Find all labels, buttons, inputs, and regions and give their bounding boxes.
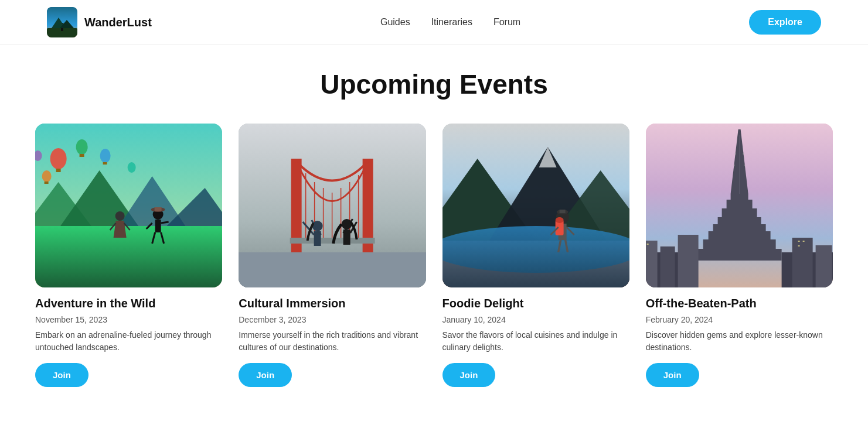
logo-image — [47, 7, 77, 37]
card-image-3 — [442, 124, 629, 287]
explore-button[interactable]: Explore — [749, 10, 821, 35]
svg-point-63 — [555, 217, 563, 223]
svg-rect-72 — [730, 194, 748, 200]
svg-rect-84 — [678, 235, 698, 287]
svg-rect-77 — [708, 231, 770, 239]
svg-rect-76 — [713, 224, 765, 231]
card-title-4: Off-the-Beaten-Path — [646, 297, 833, 310]
svg-rect-85 — [792, 238, 812, 287]
card-desc-3: Savor the flavors of local cuisines and … — [442, 329, 629, 354]
svg-rect-19 — [155, 207, 162, 211]
svg-rect-82 — [646, 241, 658, 287]
card-date-2: December 3, 2023 — [239, 315, 426, 324]
svg-rect-79 — [697, 249, 781, 261]
svg-rect-97 — [733, 165, 734, 166]
svg-rect-78 — [703, 239, 775, 249]
event-card-3: Foodie Delight January 10, 2024 Savor th… — [442, 124, 629, 387]
nav-itineraries[interactable]: Itineraries — [431, 17, 472, 28]
nav-forum[interactable]: Forum — [493, 17, 520, 28]
svg-rect-13 — [155, 220, 161, 232]
svg-rect-27 — [80, 154, 84, 157]
svg-line-15 — [161, 222, 169, 223]
join-button-4[interactable]: Join — [646, 363, 699, 387]
brand-name: WanderLust — [84, 16, 152, 29]
svg-point-30 — [100, 149, 111, 163]
card-title-1: Adventure in the Wild — [35, 297, 222, 310]
svg-rect-95 — [734, 153, 736, 155]
event-card-4: Off-the-Beaten-Path February 20, 2024 Di… — [646, 124, 833, 387]
svg-point-33 — [128, 162, 136, 173]
main-nav: Guides Itineraries Forum — [380, 17, 520, 28]
logo-area[interactable]: WanderLust — [47, 7, 152, 37]
svg-rect-83 — [660, 246, 675, 287]
svg-rect-29 — [45, 181, 49, 184]
svg-rect-11 — [35, 226, 222, 287]
card-image-4 — [646, 124, 833, 287]
svg-point-59 — [442, 226, 629, 273]
join-button-2[interactable]: Join — [239, 363, 292, 387]
svg-rect-25 — [56, 169, 61, 172]
svg-rect-96 — [743, 153, 744, 155]
svg-rect-45 — [239, 252, 426, 287]
events-grid: Adventure in the Wild November 15, 2023 … — [35, 124, 833, 387]
card-date-4: February 20, 2024 — [646, 315, 833, 324]
svg-rect-89 — [646, 244, 648, 245]
site-header: WanderLust Guides Itineraries Forum Expl… — [0, 0, 868, 45]
svg-point-20 — [115, 211, 125, 221]
svg-point-24 — [50, 148, 67, 169]
card-date-3: January 10, 2024 — [442, 315, 629, 324]
join-button-1[interactable]: Join — [35, 363, 88, 387]
svg-rect-75 — [717, 217, 761, 224]
svg-rect-93 — [798, 245, 799, 246]
svg-rect-31 — [103, 162, 107, 165]
nav-guides[interactable]: Guides — [380, 17, 410, 28]
svg-rect-92 — [802, 241, 804, 242]
event-card-2: Cultural Immersion December 3, 2023 Imme… — [239, 124, 426, 387]
card-image-2 — [239, 124, 426, 287]
svg-point-26 — [76, 139, 88, 155]
svg-rect-91 — [798, 241, 799, 242]
card-date-1: November 15, 2023 — [35, 315, 222, 324]
card-desc-4: Discover hidden gems and explore lesser-… — [646, 329, 833, 354]
svg-rect-74 — [721, 208, 757, 217]
svg-rect-98 — [744, 165, 745, 166]
card-desc-2: Immerse yourself in the rich traditions … — [239, 329, 426, 354]
card-image-1 — [35, 124, 222, 287]
card-title-3: Foodie Delight — [442, 297, 629, 310]
event-card-1: Adventure in the Wild November 15, 2023 … — [35, 124, 222, 387]
main-content: Upcoming Events — [0, 45, 868, 422]
svg-rect-86 — [815, 245, 832, 287]
join-button-3[interactable]: Join — [442, 363, 496, 387]
svg-point-28 — [42, 170, 52, 182]
svg-rect-69 — [559, 210, 565, 213]
card-desc-1: Embark on an adrenaline-fueled journey t… — [35, 329, 222, 354]
svg-rect-73 — [726, 200, 752, 208]
card-title-2: Cultural Immersion — [239, 297, 426, 310]
page-title: Upcoming Events — [35, 68, 833, 100]
